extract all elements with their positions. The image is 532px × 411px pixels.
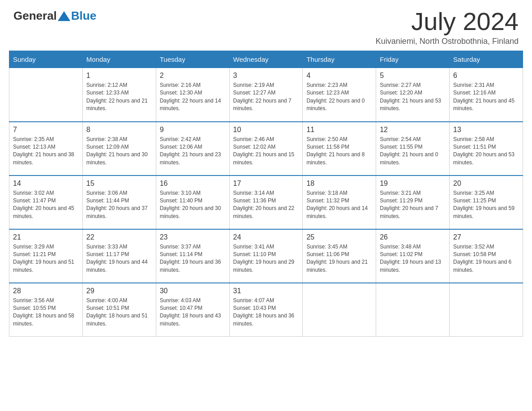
calendar-cell: 23Sunrise: 3:37 AMSunset: 11:14 PMDaylig… [156,229,229,283]
calendar-cell: 10Sunrise: 2:46 AMSunset: 12:02 AMDaylig… [229,122,303,176]
calendar-cell: 2Sunrise: 2:16 AMSunset: 12:30 AMDayligh… [156,68,229,122]
day-number: 16 [160,180,226,188]
calendar-cell: 8Sunrise: 2:38 AMSunset: 12:09 AMDayligh… [82,122,156,176]
sun-info: Sunrise: 3:56 AMSunset: 10:55 PMDaylight… [13,297,79,328]
calendar-cell: 13Sunrise: 2:58 AMSunset: 11:51 PMDaylig… [450,122,523,176]
calendar-cell: 25Sunrise: 3:45 AMSunset: 11:06 PMDaylig… [303,229,376,283]
day-number: 22 [86,233,152,241]
day-number: 23 [160,233,226,241]
calendar-cell: 20Sunrise: 3:25 AMSunset: 11:25 PMDaylig… [450,176,523,229]
sun-info: Sunrise: 4:03 AMSunset: 10:47 PMDaylight… [160,297,226,328]
day-of-week-header: Monday [82,51,156,68]
day-number: 28 [13,287,79,295]
calendar-cell: 28Sunrise: 3:56 AMSunset: 10:55 PMDaylig… [9,283,83,337]
day-number: 20 [453,180,519,188]
calendar-cell: 11Sunrise: 2:50 AMSunset: 11:58 PMDaylig… [303,122,376,176]
day-number: 11 [306,126,372,134]
calendar-cell: 22Sunrise: 3:33 AMSunset: 11:17 PMDaylig… [82,229,156,283]
calendar-cell: 21Sunrise: 3:29 AMSunset: 11:21 PMDaylig… [9,229,83,283]
sun-info: Sunrise: 2:16 AMSunset: 12:30 AMDaylight… [160,81,226,113]
calendar-cell: 3Sunrise: 2:19 AMSunset: 12:27 AMDayligh… [229,68,303,122]
sun-info: Sunrise: 4:07 AMSunset: 10:43 PMDaylight… [233,297,299,328]
calendar-cell: 31Sunrise: 4:07 AMSunset: 10:43 PMDaylig… [229,283,303,337]
sun-info: Sunrise: 3:06 AMSunset: 11:44 PMDaylight… [86,189,152,221]
calendar-cell [376,283,450,337]
day-number: 17 [233,180,299,188]
day-number: 26 [380,233,446,241]
sun-info: Sunrise: 3:02 AMSunset: 11:47 PMDaylight… [13,189,79,221]
title-section: July 2024 Kuivaniemi, North Ostrobothnia… [376,9,519,46]
day-of-week-header: Thursday [303,51,376,68]
calendar-cell: 24Sunrise: 3:41 AMSunset: 11:10 PMDaylig… [229,229,303,283]
sun-info: Sunrise: 3:41 AMSunset: 11:10 PMDaylight… [233,243,299,274]
logo: General Blue [13,9,96,23]
day-number: 4 [306,72,372,80]
calendar-cell: 4Sunrise: 2:23 AMSunset: 12:23 AMDayligh… [303,68,376,122]
logo-general-text: General [13,9,57,23]
day-number: 30 [160,287,226,295]
sun-info: Sunrise: 3:25 AMSunset: 11:25 PMDaylight… [453,189,519,221]
calendar-cell: 18Sunrise: 3:18 AMSunset: 11:32 PMDaylig… [303,176,376,229]
day-number: 24 [233,233,299,241]
sun-info: Sunrise: 3:14 AMSunset: 11:36 PMDaylight… [233,189,299,221]
sun-info: Sunrise: 4:00 AMSunset: 10:51 PMDaylight… [86,297,152,328]
sun-info: Sunrise: 2:27 AMSunset: 12:20 AMDaylight… [380,81,446,113]
sun-info: Sunrise: 2:31 AMSunset: 12:16 AMDaylight… [453,81,519,113]
calendar-cell: 15Sunrise: 3:06 AMSunset: 11:44 PMDaylig… [82,176,156,229]
calendar-cell [303,283,376,337]
day-number: 29 [86,287,152,295]
logo-triangle-icon [58,11,70,21]
calendar-cell: 5Sunrise: 2:27 AMSunset: 12:20 AMDayligh… [376,68,450,122]
day-number: 12 [380,126,446,134]
calendar-week-row: 14Sunrise: 3:02 AMSunset: 11:47 PMDaylig… [9,176,523,229]
sun-info: Sunrise: 2:58 AMSunset: 11:51 PMDaylight… [453,136,519,167]
day-of-week-header: Tuesday [156,51,229,68]
day-number: 15 [86,180,152,188]
calendar-cell: 27Sunrise: 3:52 AMSunset: 10:58 PMDaylig… [450,229,523,283]
sun-info: Sunrise: 3:48 AMSunset: 11:02 PMDaylight… [380,243,446,274]
calendar-week-row: 28Sunrise: 3:56 AMSunset: 10:55 PMDaylig… [9,283,523,337]
day-number: 13 [453,126,519,134]
calendar-week-row: 21Sunrise: 3:29 AMSunset: 11:21 PMDaylig… [9,229,523,283]
day-number: 19 [380,180,446,188]
sun-info: Sunrise: 3:52 AMSunset: 10:58 PMDaylight… [453,243,519,274]
calendar-week-row: 1Sunrise: 2:12 AMSunset: 12:33 AMDayligh… [9,68,523,122]
calendar-cell: 26Sunrise: 3:48 AMSunset: 11:02 PMDaylig… [376,229,450,283]
sun-info: Sunrise: 2:19 AMSunset: 12:27 AMDaylight… [233,81,299,113]
calendar-header: SundayMondayTuesdayWednesdayThursdayFrid… [9,51,523,68]
calendar-cell: 6Sunrise: 2:31 AMSunset: 12:16 AMDayligh… [450,68,523,122]
day-number: 1 [86,72,152,80]
day-number: 2 [160,72,226,80]
day-number: 6 [453,72,519,80]
day-number: 27 [453,233,519,241]
calendar-cell [450,283,523,337]
calendar-cell: 16Sunrise: 3:10 AMSunset: 11:40 PMDaylig… [156,176,229,229]
day-number: 18 [306,180,372,188]
calendar-week-row: 7Sunrise: 2:35 AMSunset: 12:13 AMDayligh… [9,122,523,176]
sun-info: Sunrise: 2:35 AMSunset: 12:13 AMDaylight… [13,136,79,167]
calendar-body: 1Sunrise: 2:12 AMSunset: 12:33 AMDayligh… [9,68,523,337]
calendar-cell: 1Sunrise: 2:12 AMSunset: 12:33 AMDayligh… [82,68,156,122]
sun-info: Sunrise: 2:46 AMSunset: 12:02 AMDaylight… [233,136,299,167]
sun-info: Sunrise: 2:42 AMSunset: 12:06 AMDaylight… [160,136,226,167]
calendar-cell: 17Sunrise: 3:14 AMSunset: 11:36 PMDaylig… [229,176,303,229]
day-number: 31 [233,287,299,295]
day-of-week-header: Saturday [450,51,523,68]
day-number: 3 [233,72,299,80]
sun-info: Sunrise: 3:37 AMSunset: 11:14 PMDaylight… [160,243,226,274]
sun-info: Sunrise: 3:21 AMSunset: 11:29 PMDaylight… [380,189,446,221]
location-subtitle: Kuivaniemi, North Ostrobothnia, Finland [376,37,519,46]
sun-info: Sunrise: 3:18 AMSunset: 11:32 PMDaylight… [306,189,372,221]
day-number: 5 [380,72,446,80]
calendar-cell [9,68,83,122]
day-of-week-header: Sunday [9,51,83,68]
sun-info: Sunrise: 2:50 AMSunset: 11:58 PMDaylight… [306,136,372,167]
calendar-cell: 30Sunrise: 4:03 AMSunset: 10:47 PMDaylig… [156,283,229,337]
sun-info: Sunrise: 3:45 AMSunset: 11:06 PMDaylight… [306,243,372,274]
sun-info: Sunrise: 3:10 AMSunset: 11:40 PMDaylight… [160,189,226,221]
day-of-week-header: Friday [376,51,450,68]
sun-info: Sunrise: 2:12 AMSunset: 12:33 AMDaylight… [86,81,152,113]
calendar-cell: 14Sunrise: 3:02 AMSunset: 11:47 PMDaylig… [9,176,83,229]
header-row: SundayMondayTuesdayWednesdayThursdayFrid… [9,51,523,68]
day-number: 25 [306,233,372,241]
